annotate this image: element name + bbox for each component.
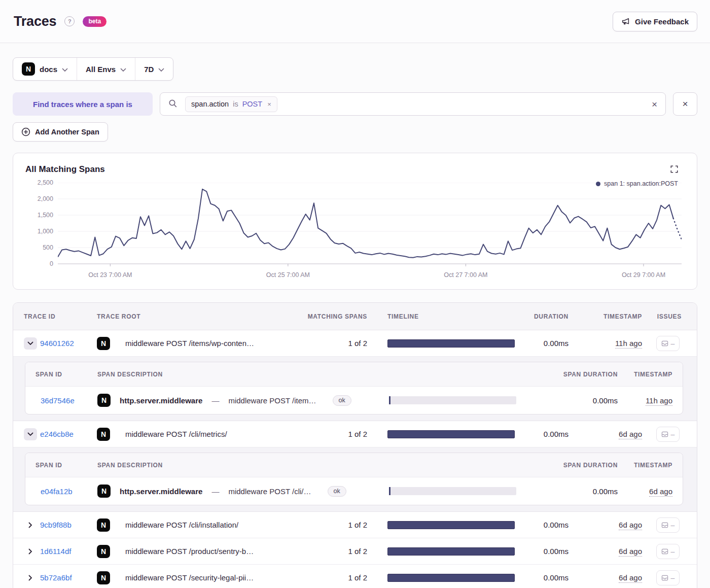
time-series-plot[interactable] [58,183,682,268]
trace-timeline-bar [387,339,515,348]
nextjs-platform-icon: N [97,571,110,584]
column-header-matching-spans: MATCHING SPANS [308,313,387,320]
help-icon[interactable]: ? [64,16,75,26]
span-timestamp: 6d ago [649,487,672,497]
nextjs-platform-icon: N [22,62,35,76]
legend-series-label: span 1: span.action:POST [604,180,678,187]
span-id-link[interactable]: e04fa12b [36,487,97,496]
span-timeline-bar [389,396,516,404]
line-chart-svg[interactable] [58,183,682,267]
expand-trace-chevron[interactable] [24,545,37,558]
span-description-text: middleware POST /item… [228,396,316,405]
span-duration: 0.00ms [593,396,618,405]
project-selector-label: docs [40,65,57,74]
trace-duration: 0.00ms [544,521,569,529]
spans-sub-table: SPAN ID SPAN DESCRIPTION SPAN DURATION T… [25,453,683,505]
span-operation: http.server.middleware [120,396,202,405]
trace-timeline-bar [387,430,515,438]
search-clear-icon[interactable]: × [652,99,657,109]
column-header-span-timestamp: TIMESTAMP [634,371,672,378]
remove-span-query-button[interactable]: × [673,92,697,116]
issues-empty-dash: – [671,430,675,438]
column-header-trace-id: TRACE ID [24,313,97,320]
span-duration: 0.00ms [593,487,618,496]
trace-id-link[interactable]: 1d6114df [40,547,97,556]
issues-empty-dash: – [671,521,675,529]
trace-timestamp: 6d ago [619,547,642,557]
megaphone-icon [621,17,630,26]
trace-id-link[interactable]: 9cb9f88b [40,521,97,529]
date-range-selector[interactable]: 7D [135,58,173,80]
expand-trace-chevron[interactable] [24,572,37,584]
column-header-span-duration: SPAN DURATION [563,371,618,378]
trace-issues-button[interactable]: – [656,544,680,559]
trace-duration: 0.00ms [544,547,569,556]
trace-issues-button[interactable]: – [656,336,680,351]
span-query-row: Find traces where a span is span.action … [13,92,697,116]
trace-root-text: middleware POST /product/sentry-b… [125,547,254,556]
chart-plot-area: 2,500 2,000 1,500 1,000 500 0 [25,183,682,268]
trace-issues-button[interactable]: – [656,427,680,442]
add-another-span-button[interactable]: Add Another Span [13,122,108,142]
trace-row: e246cb8e N middleware POST /cli/metrics/… [13,421,697,447]
y-axis-label: 1,000 [38,228,53,235]
trace-row: 94601262 N middleware POST /items/wp-con… [13,330,697,357]
matching-spans-count: 1 of 2 [348,573,387,582]
trace-root-text: middleware POST /cli/metrics/ [125,430,227,438]
matching-spans-count: 1 of 2 [348,339,387,348]
span-status-badge: ok [333,395,351,406]
trace-id-link[interactable]: 5b72a6bf [40,573,97,582]
span-separator: — [211,487,219,496]
environment-selector-label: All Envs [86,65,116,74]
project-selector[interactable]: N docs [13,58,77,80]
fullscreen-icon[interactable] [670,165,678,175]
expand-trace-chevron[interactable] [24,519,37,531]
column-header-span-timestamp: TIMESTAMP [634,462,672,469]
trace-issues-button[interactable]: – [656,570,680,585]
collapse-trace-chevron[interactable] [24,428,37,440]
add-another-span-label: Add Another Span [35,128,99,136]
nextjs-platform-icon: N [97,428,110,441]
token-key: span.action [191,100,229,108]
trace-id-link[interactable]: e246cb8e [40,430,97,438]
matching-spans-count: 1 of 2 [348,547,387,556]
expanded-spans-zone: SPAN ID SPAN DESCRIPTION SPAN DURATION T… [13,447,697,512]
issues-empty-dash: – [671,339,675,348]
issues-empty-dash: – [671,547,675,556]
trace-issues-button[interactable]: – [656,517,680,533]
y-axis-label: 500 [43,244,53,251]
spans-sub-table: SPAN ID SPAN DESCRIPTION SPAN DURATION T… [25,362,683,414]
date-range-label: 7D [144,65,154,74]
chevron-down-icon [120,65,126,74]
give-feedback-button[interactable]: Give Feedback [613,12,697,31]
matching-spans-count: 1 of 2 [348,430,387,438]
x-axis-label: Oct 23 7:00 AM [88,271,132,279]
trace-root-cell: N middleware POST /security-legal-pii… [97,571,339,584]
token-value: POST [242,100,262,108]
trace-root-cell: N middleware POST /cli/installation/ [97,518,339,532]
trace-timestamp: 6d ago [619,573,642,583]
traces-table: TRACE ID TRACE ROOT MATCHING SPANS TIMEL… [13,302,697,588]
nextjs-platform-icon: N [97,337,110,350]
environment-selector[interactable]: All Envs [77,58,135,80]
trace-timestamp: 6d ago [619,430,642,439]
y-axis-label: 2,000 [38,195,53,202]
chart-legend[interactable]: span 1: span.action:POST [596,180,678,187]
search-token-span-action[interactable]: span.action is POST × [185,96,277,112]
page-title: Traces [14,14,56,29]
x-axis-label: Oct 27 7:00 AM [444,271,487,279]
span-search-input[interactable]: span.action is POST × × [160,92,666,116]
token-remove-icon[interactable]: × [266,100,271,108]
chart-title: All Matching Spans [25,164,682,175]
collapse-trace-chevron[interactable] [24,337,37,350]
trace-timestamp: 6d ago [619,521,642,530]
column-header-span-description: SPAN DESCRIPTION [97,371,389,378]
close-icon: × [682,98,688,110]
trace-id-link[interactable]: 94601262 [40,339,97,348]
issues-icon [661,574,668,581]
trace-root-cell: N middleware POST /cli/metrics/ [97,428,339,441]
span-id-link[interactable]: 36d7546e [36,396,97,405]
trace-timeline-bar [387,547,515,556]
all-matching-spans-chart-card: All Matching Spans span 1: span.action:P… [13,153,697,290]
trace-duration: 0.00ms [544,339,569,348]
